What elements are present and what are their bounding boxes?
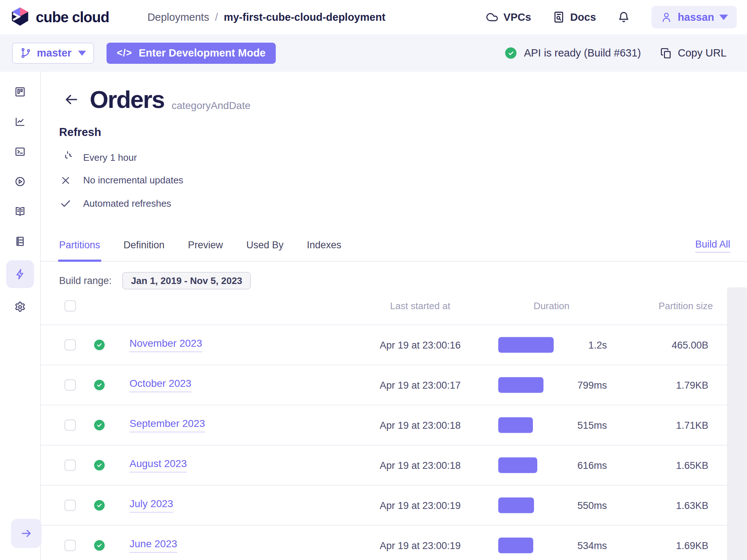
- notifications-bell-icon[interactable]: [617, 11, 630, 24]
- duration-value: 550ms: [527, 486, 607, 526]
- success-status-icon: [94, 340, 105, 350]
- duration-value: 1.2s: [527, 325, 607, 365]
- partition-link[interactable]: September 2023: [129, 418, 205, 432]
- breadcrumb-separator: /: [215, 11, 218, 23]
- breadcrumb: Deployments / my-first-cube-cloud-deploy…: [147, 11, 385, 23]
- select-all-checkbox[interactable]: [65, 300, 76, 311]
- vpcs-button[interactable]: VPCs: [485, 11, 531, 24]
- git-branch-icon: [20, 47, 32, 59]
- sidebar-item-overview[interactable]: [6, 78, 34, 106]
- tab-preview[interactable]: Preview: [188, 229, 223, 261]
- tab-used-by[interactable]: Used By: [246, 229, 283, 261]
- app-header: cube cloud Deployments / my-first-cube-c…: [0, 0, 747, 34]
- sidebar-item-playground[interactable]: [6, 138, 34, 166]
- vpcs-label: VPCs: [503, 11, 531, 23]
- refresh-schedule-label: Every 1 hour: [83, 152, 137, 163]
- sidebar-item-pre-aggregations[interactable]: [6, 260, 34, 288]
- table-header: Last started at Duration Partition size: [41, 287, 747, 325]
- row-checkbox[interactable]: [65, 380, 76, 391]
- page-title: Orders: [90, 86, 164, 113]
- sidebar-item-settings[interactable]: [6, 293, 34, 321]
- user-menu[interactable]: hassan: [651, 6, 737, 28]
- row-checkbox[interactable]: [65, 540, 76, 551]
- table-rows: November 2023 Apr 19 at 23:00:16 1.2s 46…: [41, 325, 747, 560]
- last-started-value: Apr 19 at 23:00:19: [365, 526, 475, 560]
- partition-size-value: 1.65KB: [621, 446, 708, 486]
- row-checkbox[interactable]: [65, 420, 76, 431]
- success-status-icon: [94, 380, 105, 390]
- tab-bar: Partitions Definition Preview Used By In…: [41, 229, 747, 262]
- last-started-value: Apr 19 at 23:00:18: [365, 446, 475, 486]
- header-actions: VPCs Docs hassan: [485, 6, 737, 28]
- sidebar-item-query-history[interactable]: [6, 168, 34, 195]
- play-circle-icon: [14, 176, 26, 187]
- success-check-icon: [505, 47, 516, 59]
- tab-definition[interactable]: Definition: [124, 229, 165, 261]
- chevron-down-icon: [78, 51, 86, 56]
- partition-row: June 2023 Apr 19 at 23:00:19 534ms 1.69K…: [41, 526, 747, 560]
- build-all-label: Build All: [695, 239, 730, 253]
- cube-cloud-logo[interactable]: cube cloud: [10, 7, 109, 28]
- expand-arrow-icon: [20, 527, 32, 540]
- column-header-last-started: Last started at: [365, 287, 475, 325]
- dev-mode-label: Enter Development Mode: [139, 47, 266, 59]
- refresh-automated-item: Automated refreshes: [59, 198, 171, 209]
- deployment-toolbar: master </> Enter Development Mode API is…: [0, 34, 747, 72]
- partition-link[interactable]: October 2023: [129, 378, 191, 392]
- sidebar-item-caching[interactable]: [6, 228, 34, 255]
- chevron-down-icon: [719, 15, 728, 20]
- sidebar-item-data-model[interactable]: [6, 198, 34, 225]
- success-status-icon: [94, 460, 105, 471]
- row-checkbox[interactable]: [65, 339, 76, 351]
- x-icon: [59, 175, 72, 186]
- partition-row: July 2023 Apr 19 at 23:00:19 550ms 1.63K…: [41, 486, 747, 526]
- user-name: hassan: [678, 11, 714, 23]
- duration-value: 799ms: [527, 365, 607, 405]
- toolbar-right: API is ready (Build #631) Copy URL: [505, 47, 727, 59]
- success-status-icon: [94, 500, 105, 511]
- docs-button[interactable]: Docs: [552, 11, 596, 24]
- partition-link[interactable]: June 2023: [129, 538, 177, 553]
- last-started-value: Apr 19 at 23:00:17: [365, 365, 475, 405]
- last-started-value: Apr 19 at 23:00:19: [365, 486, 475, 526]
- branch-selector[interactable]: master: [12, 43, 94, 64]
- cloud-icon: [485, 11, 499, 24]
- branch-name: master: [37, 47, 71, 59]
- terminal-icon: [14, 146, 26, 158]
- column-header-duration: Duration: [515, 287, 588, 325]
- kanban-board-icon: [14, 86, 26, 98]
- partition-row: August 2023 Apr 19 at 23:00:18 616ms 1.6…: [41, 446, 747, 486]
- partition-size-value: 1.63KB: [621, 486, 708, 526]
- back-arrow-button[interactable]: [63, 92, 80, 108]
- partition-link[interactable]: August 2023: [129, 458, 187, 472]
- build-all-link[interactable]: Build All: [695, 229, 730, 262]
- partition-size-value: 465.00B: [621, 325, 708, 365]
- copy-url-button[interactable]: Copy URL: [660, 47, 727, 59]
- main-content: Orders categoryAndDate Refresh Every 1 h…: [41, 72, 747, 560]
- sidebar-expand-button[interactable]: [11, 519, 42, 548]
- duration-value: 515ms: [527, 405, 607, 446]
- copy-url-label: Copy URL: [678, 47, 727, 59]
- tab-partitions[interactable]: Partitions: [59, 229, 100, 261]
- vertical-scrollbar[interactable]: [727, 287, 747, 560]
- partition-link[interactable]: July 2023: [129, 498, 173, 513]
- refresh-schedule-item: Every 1 hour: [59, 151, 137, 164]
- enter-dev-mode-button[interactable]: </> Enter Development Mode: [107, 43, 276, 64]
- sidebar-item-monitoring[interactable]: [6, 108, 34, 136]
- partition-link[interactable]: November 2023: [129, 338, 202, 352]
- page-subtitle: categoryAndDate: [171, 100, 250, 117]
- column-header-partition-size: Partition size: [631, 287, 740, 325]
- breadcrumb-deployments[interactable]: Deployments: [147, 11, 209, 23]
- duration-value: 616ms: [527, 446, 607, 486]
- duration-value: 534ms: [527, 526, 607, 560]
- gear-icon: [14, 301, 26, 313]
- api-status-text: API is ready (Build #631): [524, 47, 641, 59]
- tab-indexes[interactable]: Indexes: [307, 229, 341, 261]
- sidebar: [0, 72, 41, 560]
- row-checkbox[interactable]: [65, 460, 76, 471]
- book-icon: [14, 206, 26, 217]
- partition-size-value: 1.69KB: [621, 526, 708, 560]
- row-checkbox[interactable]: [65, 500, 76, 511]
- refresh-heading: Refresh: [59, 126, 101, 139]
- build-range-label: Build range:: [59, 275, 112, 287]
